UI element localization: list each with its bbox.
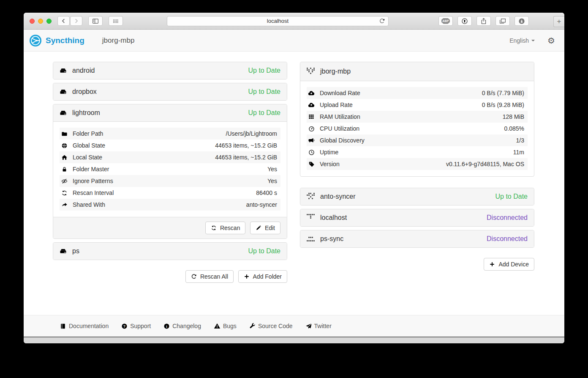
detail-label: Download Rate bbox=[320, 90, 360, 96]
device-header-anto-syncer[interactable]: anto-syncer Up to Date bbox=[300, 188, 534, 205]
add-folder-button[interactable]: Add Folder bbox=[238, 270, 287, 283]
footer-link-source-code[interactable]: Source Code bbox=[249, 323, 293, 329]
language-dropdown[interactable]: English bbox=[509, 37, 535, 44]
detail-value: 44653 items, ~15.2 GiB bbox=[215, 142, 277, 149]
device-panel-ps-sync: ps-sync Disconnected bbox=[300, 230, 534, 248]
device-name: ps-sync bbox=[320, 235, 343, 243]
address-bar[interactable]: localhost bbox=[167, 16, 389, 26]
device-identicon bbox=[307, 235, 315, 243]
sidebar-button[interactable] bbox=[88, 16, 103, 26]
footer-link-label: Changelog bbox=[172, 323, 201, 329]
device-header-ps-sync[interactable]: ps-sync Disconnected bbox=[300, 230, 534, 247]
detail-label: RAM Utilization bbox=[320, 113, 360, 120]
main-content: android Up to Date dropbox Up to Date li… bbox=[53, 62, 534, 283]
chevron-down-icon bbox=[531, 40, 535, 41]
downloads-button[interactable] bbox=[514, 16, 529, 26]
footer-link-twitter[interactable]: Twitter bbox=[305, 323, 332, 329]
device-header-jborg-mbp[interactable]: jborg-mbp bbox=[300, 62, 534, 81]
brand: Syncthing bbox=[29, 34, 84, 47]
footer-link-label: Source Code bbox=[258, 323, 293, 329]
hdd-icon bbox=[60, 88, 67, 96]
edit-button[interactable]: Edit bbox=[250, 222, 280, 234]
folder-header-dropbox[interactable]: dropbox Up to Date bbox=[53, 83, 287, 100]
device-panel-localhost: localhost Disconnected bbox=[300, 209, 534, 227]
zoom-window-button[interactable] bbox=[46, 19, 52, 24]
adblock-icon: ABP bbox=[441, 18, 450, 24]
detail-value: 44653 items, ~15.2 GiB bbox=[215, 154, 277, 161]
detail-value: 1/3 bbox=[516, 137, 524, 144]
browser-toolbar: localhost ABP + bbox=[24, 13, 564, 30]
folder-panel-ps: ps Up to Date bbox=[53, 242, 287, 260]
footer-link-label: Support bbox=[130, 323, 151, 329]
th-grid-icon bbox=[308, 114, 315, 120]
lock-icon bbox=[61, 166, 68, 173]
send-icon bbox=[305, 323, 312, 329]
detail-row-rescan-interval: Rescan Interval 86400 s bbox=[60, 187, 280, 199]
hdd-icon bbox=[60, 67, 67, 74]
detail-value: anto-syncer bbox=[246, 201, 277, 208]
detail-value: 128 MiB bbox=[503, 113, 524, 120]
detail-row-folder-path: Folder Path /Users/jb/Lightroom bbox=[60, 128, 280, 140]
folder-status: Up to Date bbox=[248, 247, 280, 255]
tab-overview-button[interactable] bbox=[495, 16, 510, 26]
cloud-upload-icon bbox=[308, 101, 315, 108]
device-name: anto-syncer bbox=[320, 193, 356, 200]
top-sites-button[interactable] bbox=[109, 16, 123, 26]
detail-label: Folder Path bbox=[73, 130, 103, 137]
footer-link-documentation[interactable]: Documentation bbox=[60, 323, 109, 329]
footer-link-bugs[interactable]: Bugs bbox=[214, 323, 237, 329]
cloud-download-icon bbox=[308, 90, 315, 96]
eye-slash-icon bbox=[61, 178, 68, 184]
back-button[interactable] bbox=[57, 16, 70, 26]
device-name: jborg-mbp bbox=[320, 68, 351, 75]
detail-value: 0.085% bbox=[504, 125, 524, 132]
device-panel-anto-syncer: anto-syncer Up to Date bbox=[300, 188, 534, 205]
folder-name: ps bbox=[72, 247, 79, 255]
folder-details: Folder Path /Users/jb/Lightroom Global S… bbox=[53, 121, 287, 217]
globe-icon bbox=[61, 142, 68, 149]
device-status: Up to Date bbox=[495, 193, 528, 200]
footer-link-support[interactable]: Support bbox=[121, 323, 151, 329]
warning-icon bbox=[214, 323, 220, 329]
folder-status: Up to Date bbox=[248, 88, 280, 96]
folder-name: lightroom bbox=[72, 109, 100, 117]
syncthing-logo-icon bbox=[29, 34, 42, 47]
detail-row-download-rate: Download Rate 0 B/s (7.79 MiB) bbox=[307, 87, 528, 99]
folder-header-android[interactable]: android Up to Date bbox=[53, 62, 287, 79]
footer-link-changelog[interactable]: Changelog bbox=[163, 323, 201, 329]
add-folder-label: Add Folder bbox=[253, 273, 282, 280]
window-bottom-bar bbox=[24, 337, 564, 343]
folder-header-lightroom[interactable]: lightroom Up to Date bbox=[53, 104, 287, 121]
add-device-button[interactable]: Add Device bbox=[484, 258, 534, 271]
device-identicon bbox=[307, 214, 315, 222]
pencil-icon bbox=[256, 225, 261, 231]
folder-panel-lightroom: lightroom Up to Date Folder Path /Users/… bbox=[53, 104, 287, 239]
folder-global-actions: Rescan All Add Folder bbox=[53, 270, 287, 283]
folder-header-ps[interactable]: ps Up to Date bbox=[53, 243, 287, 260]
forward-button[interactable] bbox=[70, 16, 82, 26]
reload-icon[interactable] bbox=[378, 18, 385, 25]
new-tab-button[interactable]: + bbox=[553, 16, 564, 27]
rescan-button[interactable]: Rescan bbox=[205, 222, 245, 234]
rescan-all-button[interactable]: Rescan All bbox=[185, 270, 234, 283]
share-icon bbox=[61, 202, 68, 208]
folder-icon bbox=[61, 131, 68, 137]
gauge-icon bbox=[308, 126, 315, 132]
app-footer: Documentation Support Changelog Bugs Sou… bbox=[24, 315, 564, 337]
detail-label: Shared With bbox=[73, 201, 105, 208]
adblock-button[interactable]: ABP bbox=[438, 16, 453, 26]
device-global-actions: Add Device bbox=[300, 258, 534, 271]
onepassword-button[interactable] bbox=[457, 16, 472, 26]
device-identicon bbox=[307, 193, 315, 201]
minimize-window-button[interactable] bbox=[38, 19, 43, 24]
brand-name: Syncthing bbox=[46, 36, 84, 45]
settings-gear-button[interactable]: ⚙ bbox=[547, 36, 555, 45]
device-header-localhost[interactable]: localhost Disconnected bbox=[300, 209, 534, 226]
detail-value: 86400 s bbox=[256, 189, 277, 196]
close-window-button[interactable] bbox=[30, 19, 35, 24]
plus-icon bbox=[489, 261, 495, 267]
detail-label: Version bbox=[320, 161, 340, 167]
rescan-label: Rescan bbox=[220, 225, 240, 231]
share-button[interactable] bbox=[476, 16, 491, 26]
footer-link-label: Twitter bbox=[314, 323, 332, 329]
